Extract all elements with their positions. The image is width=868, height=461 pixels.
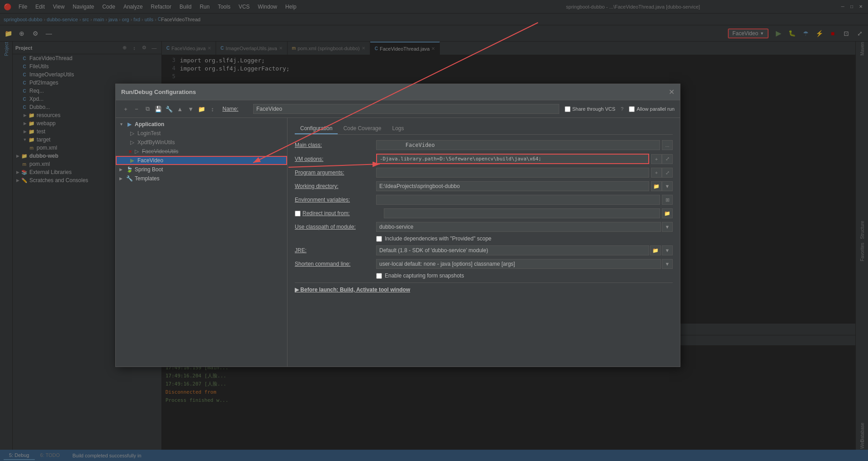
share-vcs-checkbox[interactable] [565,106,571,112]
config-save-btn[interactable]: 💾 [154,104,163,113]
config-remove-btn[interactable]: − [132,104,141,113]
redirect-browse-btn[interactable]: 📁 [662,208,673,218]
redirect-label: Redirect input from: [302,210,384,216]
config-item-facevideutils-deleted[interactable]: ✕ ▷ FaceVideoUtils [116,147,287,156]
jre-dropdown-btn[interactable]: ▼ [662,245,673,255]
main-class-label: Main class: [295,142,376,148]
working-dir-folder-btn[interactable]: 📁 [651,181,662,191]
config-item-facevideo[interactable]: ▶ FaceVideo [116,156,287,165]
config-tab-logs[interactable]: Logs [387,123,409,134]
main-class-browse-btn[interactable]: ... [662,140,673,150]
config-run-icon: ▷ [133,148,140,155]
env-vars-row: Environment variables: ⊞ [295,195,673,205]
before-launch-section: ▶ Before launch: Build, Activate tool wi… [295,282,673,293]
shorten-select[interactable]: user-local default: none - java [options… [376,259,661,269]
config-section-label: Templates [135,175,160,182]
share-help-icon[interactable]: ? [621,106,623,112]
config-up-btn[interactable]: ▲ [175,104,184,113]
shorten-label: Shorten command line: [295,261,376,267]
jre-folder-btn[interactable]: 📁 [650,245,661,255]
run-debug-config-dialog: Run/Debug Configurations ✕ + − ⧉ 💾 🔧 ▲ ▼… [115,84,680,367]
program-args-label: Program arguments: [295,169,376,176]
env-vars-label: Environment variables: [295,197,376,203]
modal-close-button[interactable]: ✕ [669,88,675,96]
parallel-run-checkbox[interactable] [629,106,635,112]
config-item-label: XpdfByWinUtils [137,139,175,146]
vm-options-input[interactable] [376,154,649,164]
modal-title: Run/Debug Configurations [121,89,196,95]
name-field-label: Name: [222,106,250,112]
program-args-maximize-btn[interactable]: ⤢ [662,168,673,178]
vm-options-maximize-btn[interactable]: ⤢ [662,154,673,164]
config-tab-configuration[interactable]: Configuration [295,123,338,134]
config-run-icon: ▶ [128,157,136,164]
parallel-run-label: Allow parallel run [629,106,675,112]
program-args-row: Program arguments: + ⤢ [295,168,673,178]
jre-label: JRE: [295,247,376,254]
jre-row: JRE: Default (1.8 - SDK of 'dubbo-servic… [295,245,673,255]
modal-overlay: Run/Debug Configurations ✕ + − ⧉ 💾 🔧 ▲ ▼… [0,0,868,461]
config-folder-btn[interactable]: 📁 [197,104,206,113]
classpath-label: Use classpath of module: [295,224,376,230]
shorten-dropdown-btn[interactable]: ▼ [662,259,673,269]
redirect-checkbox[interactable] [295,211,301,216]
config-edit-btn[interactable]: 🔧 [165,104,174,113]
config-tab-coverage[interactable]: Code Coverage [338,123,387,134]
name-area: Name: [222,104,559,114]
share-section: Share through VCS ? Allow parallel run [565,106,675,112]
classpath-select[interactable]: dubbo-service [376,222,661,232]
config-tree-panel: ▼ ▶ Application ▷ LoginTest ▷ XpdfByWinU… [116,118,288,367]
config-item-xpdfbywinutils[interactable]: ▷ XpdfByWinUtils [116,138,287,147]
config-item-label: LoginTest [137,130,160,136]
config-name-row: + − ⧉ 💾 🔧 ▲ ▼ 📁 ↕ Name: [116,100,680,118]
config-form-tabs: Configuration Code Coverage Logs [295,123,673,135]
before-launch-label[interactable]: ▶ Before launch: Build, Activate tool wi… [295,287,410,293]
config-section-application[interactable]: ▼ ▶ Application [116,120,287,129]
env-vars-edit-btn[interactable]: ⊞ [662,195,673,205]
config-item-label: FaceVideo [137,157,163,164]
main-class-row: Main class: ... [295,140,673,150]
config-section-templates[interactable]: ▶ 🔧 Templates [116,174,287,183]
modal-body: ▼ ▶ Application ▷ LoginTest ▷ XpdfByWinU… [116,118,680,367]
redirect-input[interactable] [384,208,660,218]
jre-select-row: Default (1.8 - SDK of 'dubbo-service' mo… [376,245,673,255]
include-deps-row: Include dependencies with "Provided" sco… [295,235,673,242]
config-item-logintest[interactable]: ▷ LoginTest [116,129,287,138]
config-toolbar: + − ⧉ 💾 🔧 ▲ ▼ 📁 ↕ [121,104,217,113]
include-deps-checkbox[interactable] [376,236,382,242]
vm-options-row: VM options: + ⤢ [295,154,673,164]
classpath-dropdown-btn[interactable]: ▼ [662,222,673,232]
deleted-marker: ✕ [128,149,132,154]
classpath-row: Use classpath of module: dubbo-service ▼ [295,222,673,232]
springboot-icon: 🍃 [126,166,133,173]
config-down-btn[interactable]: ▼ [186,104,195,113]
working-dir-input[interactable] [376,181,649,191]
redirect-row: Redirect input from: 📁 [295,208,673,218]
capturing-checkbox[interactable] [376,273,382,279]
config-form-panel: Configuration Code Coverage Logs Main cl… [288,118,680,367]
classpath-select-row: dubbo-service ▼ [376,222,673,232]
config-section-label: Spring Boot [135,166,163,173]
config-item-label: FaceVideoUtils [142,148,178,155]
config-section-springboot[interactable]: ▶ 🍃 Spring Boot [116,165,287,174]
config-copy-btn[interactable]: ⧉ [143,104,152,113]
config-add-btn[interactable]: + [121,104,130,113]
capturing-label: Enable capturing form snapshots [376,273,464,279]
program-args-input[interactable] [376,168,649,178]
main-class-input[interactable] [376,140,660,150]
include-deps-label: Include dependencies with "Provided" sco… [376,235,491,242]
capturing-row: Enable capturing form snapshots [295,273,673,279]
env-vars-input[interactable] [376,195,660,205]
config-sort-btn[interactable]: ↕ [208,104,217,113]
templates-icon: 🔧 [126,175,133,182]
name-input-field[interactable] [253,104,559,114]
vm-options-expand-btn[interactable]: + [651,154,662,164]
jre-select[interactable]: Default (1.8 - SDK of 'dubbo-service' mo… [376,245,649,255]
modal-title-bar: Run/Debug Configurations ✕ [116,84,680,100]
config-run-icon: ▷ [128,139,136,146]
program-args-expand-btn[interactable]: + [651,168,662,178]
vm-options-label: VM options: [295,156,376,162]
shorten-select-row: user-local default: none - java [options… [376,259,673,269]
working-dir-dropdown-btn[interactable]: ▼ [662,181,673,191]
working-dir-row: Working directory: 📁 ▼ [295,181,673,191]
